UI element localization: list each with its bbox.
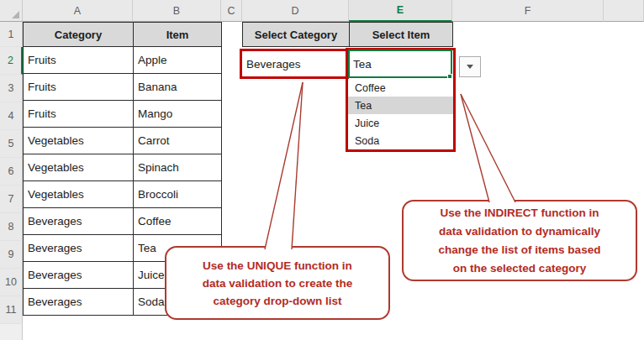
excel-worksheet: A B C D E F 1 2 3 4 5 6 7 8 9 10 11 Cate…: [0, 0, 644, 340]
column-header-d[interactable]: D: [242, 0, 349, 22]
column-header-c[interactable]: C: [221, 0, 242, 22]
cell-b7[interactable]: Broccoli: [134, 181, 222, 208]
select-category-header[interactable]: Select Category: [242, 22, 350, 47]
dropdown-item-soda[interactable]: Soda: [348, 132, 453, 149]
header-cell-category[interactable]: Category: [24, 23, 134, 47]
table-row: Fruits Apple: [24, 47, 222, 74]
header-cell-item[interactable]: Item: [134, 23, 222, 47]
cell-a3[interactable]: Fruits: [24, 74, 134, 101]
indirect-function-callout: Use the INDIRECT function in data valida…: [402, 200, 637, 281]
row-header-9[interactable]: 9: [0, 241, 23, 269]
column-header-b[interactable]: B: [133, 0, 221, 22]
cell-b2[interactable]: Apple: [134, 47, 222, 74]
table-row: Beverages Coffee: [24, 208, 222, 235]
cell-a6[interactable]: Vegetables: [24, 154, 134, 181]
row-header-1[interactable]: 1: [0, 22, 23, 47]
callout-line: Use the UNIQUE function in: [203, 257, 352, 275]
cell-a4[interactable]: Fruits: [24, 101, 134, 128]
table-row: Vegetables Spinach: [24, 154, 222, 181]
callout-line: data validation to create the: [203, 275, 353, 292]
column-header-a[interactable]: A: [23, 0, 133, 22]
row-header-10[interactable]: 10: [0, 269, 23, 296]
row-header-3[interactable]: 3: [0, 75, 23, 102]
cell-a9[interactable]: Beverages: [24, 235, 134, 262]
unique-function-callout: Use the UNIQUE function in data validati…: [165, 246, 390, 320]
unique-callout-pointer: [265, 82, 303, 249]
select-item-header[interactable]: Select Item: [349, 22, 453, 47]
table-row: Vegetables Carrot: [24, 128, 222, 154]
column-header-g-partial[interactable]: [604, 0, 644, 22]
dropdown-item-tea[interactable]: Tea: [348, 97, 453, 114]
dropdown-button[interactable]: [459, 56, 481, 77]
row-header-4[interactable]: 4: [0, 102, 23, 130]
cell-b3[interactable]: Banana: [134, 74, 222, 101]
row-header-2[interactable]: 2: [0, 47, 23, 75]
row-header-6[interactable]: 6: [0, 158, 23, 186]
column-header-e[interactable]: E: [349, 0, 452, 22]
item-dropdown-list: Coffee Tea Juice Soda: [348, 79, 453, 149]
cell-b8[interactable]: Coffee: [134, 208, 222, 235]
indirect-callout-pointer: [461, 94, 515, 202]
dropdown-item-juice[interactable]: Juice: [348, 114, 453, 132]
column-header-f[interactable]: F: [452, 0, 604, 22]
selected-item-value: Tea: [353, 58, 372, 71]
cell-a5[interactable]: Vegetables: [24, 128, 134, 154]
table-row: Vegetables Broccoli: [24, 181, 222, 208]
row-header-8[interactable]: 8: [0, 213, 23, 241]
table-row: Fruits Mango: [24, 101, 222, 128]
select-all-corner[interactable]: [0, 0, 23, 22]
selected-item-cell[interactable]: Tea: [348, 50, 452, 78]
callout-line: category drop-down list: [213, 292, 341, 310]
select-all-triangle-icon: [12, 11, 19, 18]
callout-line: on the selected category: [453, 259, 586, 278]
cell-b5[interactable]: Carrot: [134, 128, 222, 154]
dropdown-item-coffee[interactable]: Coffee: [348, 79, 453, 97]
cell-a8[interactable]: Beverages: [24, 208, 134, 235]
table-row: Fruits Banana: [24, 74, 222, 101]
row-header-7[interactable]: 7: [0, 186, 23, 213]
callout-line: Use the INDIRECT function in: [441, 204, 599, 222]
cell-a2[interactable]: Fruits: [24, 47, 134, 74]
callout-line: change the list of items based: [439, 241, 601, 259]
cell-a10[interactable]: Beverages: [24, 262, 134, 289]
cell-a11[interactable]: Beverages: [24, 289, 134, 316]
row-header-5[interactable]: 5: [0, 130, 23, 158]
cell-a7[interactable]: Vegetables: [24, 181, 134, 208]
selected-category-cell[interactable]: Beverages: [240, 49, 349, 79]
row-header-11[interactable]: 11: [0, 296, 23, 324]
cell-b6[interactable]: Spinach: [134, 154, 222, 181]
cell-b4[interactable]: Mango: [134, 101, 222, 128]
selected-category-value: Beverages: [246, 58, 301, 71]
dropdown-arrow-icon: [467, 65, 473, 69]
callout-line: data validation to dynamically: [439, 222, 600, 241]
table-header-row: Category Item: [24, 23, 222, 47]
